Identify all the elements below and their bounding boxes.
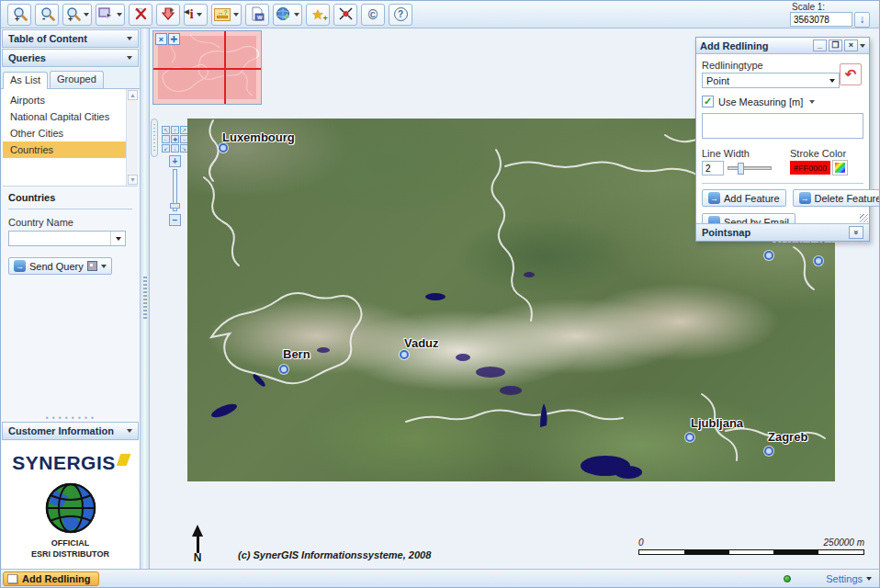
zoom-mode-dropdown-icon[interactable] bbox=[84, 13, 89, 17]
query-item-airports[interactable]: Airports bbox=[3, 92, 126, 108]
city-label-ljubljana: Ljubljana bbox=[691, 416, 743, 430]
settings-menu[interactable]: Settings bbox=[826, 573, 872, 584]
select-extent-dropdown-icon[interactable] bbox=[117, 13, 122, 17]
use-measuring-checkbox[interactable]: ✓ bbox=[702, 96, 714, 107]
left-sidebar: Table of Content Queries As List Grouped… bbox=[1, 28, 141, 569]
pointsnap-expand-button[interactable]: » bbox=[849, 226, 863, 239]
identify-button[interactable]: ◀i bbox=[184, 4, 208, 26]
scroll-down-icon[interactable]: ▼ bbox=[128, 175, 138, 185]
measure-button[interactable]: ↔? bbox=[211, 4, 242, 26]
dialog-menu-icon[interactable] bbox=[860, 44, 865, 48]
send-query-button[interactable]: → Send Query bbox=[8, 257, 112, 275]
north-label: N bbox=[190, 551, 205, 564]
clear-selection-icon bbox=[133, 6, 149, 23]
sidebar-collapse-handle[interactable] bbox=[151, 119, 158, 157]
query-item-countries[interactable]: Countries bbox=[3, 141, 126, 158]
tab-grouped[interactable]: Grouped bbox=[50, 71, 104, 88]
use-measuring-row: ✓ Use Measuring [m] bbox=[702, 96, 863, 107]
overview-close-button[interactable]: × bbox=[155, 33, 167, 45]
dialog-titlebar[interactable]: Add Redlining _ ❐ × bbox=[696, 38, 869, 54]
zoom-mode-button[interactable]: + bbox=[62, 4, 92, 26]
city-marker-bern[interactable] bbox=[279, 365, 288, 374]
dialog-resize-handle[interactable] bbox=[860, 214, 868, 222]
close-icon: × bbox=[159, 35, 164, 44]
form-title: Countries bbox=[8, 192, 132, 203]
zoom-in-button[interactable]: + bbox=[7, 4, 31, 26]
redliningtype-select[interactable]: Point bbox=[702, 73, 840, 88]
close-button[interactable]: × bbox=[844, 40, 858, 51]
query-item-other-cities[interactable]: Other Cities bbox=[3, 125, 126, 141]
add-redlining-dialog: Add Redlining _ ❐ × Redliningtype Point … bbox=[695, 37, 870, 242]
pan-southwest-button[interactable]: ↙ bbox=[162, 144, 170, 153]
chevron-down-icon[interactable] bbox=[101, 265, 107, 268]
minimize-button[interactable]: _ bbox=[813, 40, 827, 51]
city-marker-luxembourg[interactable] bbox=[219, 143, 228, 153]
hotlink-icon bbox=[161, 6, 176, 23]
undo-button[interactable]: ↶ bbox=[840, 63, 862, 85]
center-map-button[interactable] bbox=[333, 4, 357, 26]
zoom-slider-handle[interactable] bbox=[170, 203, 180, 209]
measure-icon: ↔? bbox=[214, 8, 231, 21]
measure-dropdown-icon[interactable] bbox=[233, 13, 239, 17]
city-marker-ljubljana[interactable] bbox=[685, 433, 694, 442]
hotlink-button[interactable] bbox=[156, 4, 180, 26]
measuring-unit-dropdown-icon[interactable] bbox=[809, 100, 815, 104]
city-marker-vienna[interactable] bbox=[764, 251, 773, 260]
combobox-dropdown-button[interactable] bbox=[110, 232, 125, 245]
scroll-up-icon[interactable]: ▲ bbox=[128, 90, 138, 100]
query-item-national-capital-cities[interactable]: National Capital Cities bbox=[3, 108, 126, 125]
panel-header-queries[interactable]: Queries bbox=[2, 49, 139, 67]
measuring-value-field[interactable] bbox=[702, 113, 863, 139]
pan-northwest-button[interactable]: ↖ bbox=[162, 126, 170, 134]
add-favorite-button[interactable]: ★+ bbox=[306, 4, 330, 26]
panel-header-table-of-content[interactable]: Table of Content bbox=[2, 29, 139, 48]
pan-north-button[interactable]: ↑ bbox=[171, 126, 179, 134]
add-map-service-dropdown-icon[interactable] bbox=[294, 13, 299, 17]
city-label-luxembourg: Luxembourg bbox=[222, 130, 295, 144]
delete-feature-button[interactable]: → Delete Feature bbox=[793, 189, 880, 207]
svg-text:-: - bbox=[42, 13, 45, 23]
color-picker-icon[interactable] bbox=[833, 161, 847, 175]
sidebar-splitter[interactable] bbox=[141, 28, 150, 569]
add-map-service-button[interactable]: + bbox=[273, 4, 302, 26]
line-width-input[interactable] bbox=[702, 161, 724, 175]
stroke-color-swatch[interactable]: #FF0000 bbox=[790, 161, 830, 175]
zoom-in-icon: + bbox=[12, 6, 28, 22]
pan-west-button[interactable]: ← bbox=[162, 135, 170, 143]
pan-center-button[interactable]: ✚ bbox=[171, 135, 179, 143]
copyright-button[interactable]: © bbox=[361, 4, 385, 26]
export-document-button[interactable]: W bbox=[245, 4, 269, 26]
restore-button[interactable]: ❐ bbox=[829, 40, 842, 51]
north-arrow: N bbox=[190, 525, 205, 564]
city-marker-zagreb[interactable] bbox=[764, 447, 773, 456]
zoom-out-button[interactable]: - bbox=[35, 4, 59, 26]
zoom-in-pad-button[interactable]: + bbox=[169, 155, 181, 167]
scale-bar: 0 250000 m bbox=[638, 537, 864, 555]
distributor-text: OFFICIAL ESRI DISTRIBUTOR bbox=[2, 538, 139, 560]
city-marker-vaduz[interactable] bbox=[400, 350, 409, 359]
clear-selection-button[interactable] bbox=[129, 4, 152, 26]
tab-as-list[interactable]: As List bbox=[3, 72, 48, 89]
overview-map[interactable]: × ✛ bbox=[152, 30, 262, 105]
city-marker-bratislava[interactable] bbox=[814, 256, 823, 266]
task-button-add-redlining[interactable]: Add Redlining bbox=[3, 571, 99, 586]
overview-pan-button[interactable]: ✛ bbox=[168, 33, 180, 45]
panel-header-customer-information[interactable]: Customer Information bbox=[2, 422, 139, 440]
pan-south-button[interactable]: ↓ bbox=[171, 144, 179, 153]
country-name-combobox[interactable] bbox=[8, 231, 126, 246]
zoom-slider[interactable] bbox=[173, 169, 177, 211]
help-button[interactable]: ? bbox=[389, 4, 412, 26]
customer-information-panel: ▪ ▪ ▪ ▪ ▪ ▪ ▪ ▪ Customer Information SYN… bbox=[1, 410, 140, 569]
add-favorite-icon: ★+ bbox=[311, 7, 323, 21]
line-width-slider-handle[interactable] bbox=[738, 163, 744, 175]
query-list-scrollbar[interactable]: ▲ ▼ bbox=[126, 89, 138, 186]
pointsnap-section-header[interactable]: Pointsnap » bbox=[696, 223, 869, 241]
panel-splitter-handle[interactable]: ▪ ▪ ▪ ▪ ▪ ▪ ▪ ▪ bbox=[1, 413, 140, 421]
scale-apply-button[interactable]: ↓ bbox=[854, 12, 870, 28]
identify-dropdown-icon[interactable] bbox=[197, 13, 202, 17]
zoom-out-pad-button[interactable]: − bbox=[169, 214, 181, 226]
select-extent-button[interactable] bbox=[96, 4, 125, 26]
add-feature-button[interactable]: → Add Feature bbox=[702, 189, 786, 207]
scale-input[interactable] bbox=[790, 12, 852, 27]
line-width-slider[interactable] bbox=[728, 166, 772, 170]
